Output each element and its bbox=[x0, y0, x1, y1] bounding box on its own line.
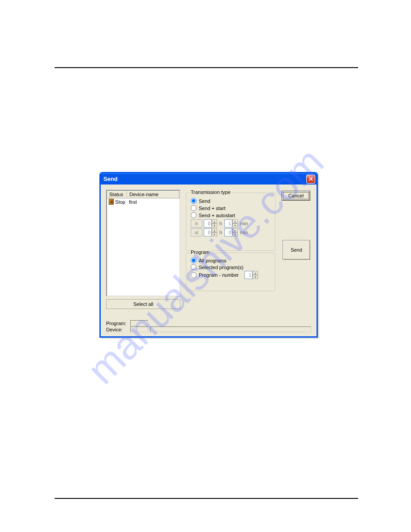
in-button[interactable]: in bbox=[191, 219, 202, 227]
at-min-input[interactable] bbox=[224, 228, 232, 236]
cell-device-name: first bbox=[127, 199, 180, 205]
at-min-spinner[interactable]: ▲▼ bbox=[224, 228, 238, 236]
select-all-label: Select all bbox=[133, 301, 154, 307]
page-rule-top bbox=[55, 67, 358, 68]
chevron-up-icon[interactable]: ▲ bbox=[212, 228, 217, 232]
send-button-label: Send bbox=[291, 247, 302, 253]
device-list-header: Status Device-name bbox=[107, 191, 180, 198]
radio-all-programs-input[interactable] bbox=[191, 257, 197, 263]
radio-send-start[interactable]: Send + start bbox=[191, 205, 272, 211]
col-header-device-name[interactable]: Device-name bbox=[127, 191, 180, 198]
chevron-down-icon[interactable]: ▼ bbox=[212, 232, 217, 236]
page-rule-bottom bbox=[55, 498, 358, 499]
radio-send-autostart-label: Send + autostart bbox=[199, 213, 235, 218]
dialog-title: Send bbox=[103, 176, 118, 182]
radio-send-label: Send bbox=[199, 198, 210, 204]
unit-h-2: h bbox=[219, 230, 222, 235]
status-program-field bbox=[130, 320, 148, 326]
unit-min: min bbox=[240, 221, 248, 226]
at-button[interactable]: at bbox=[191, 228, 202, 236]
close-icon: ✕ bbox=[308, 176, 313, 182]
device-list[interactable]: Status Device-name Stop first bbox=[106, 190, 180, 296]
status-program-label: Program: bbox=[106, 321, 128, 326]
program-number-spinner[interactable]: ▲▼ bbox=[244, 271, 258, 279]
send-button[interactable]: Send bbox=[283, 240, 310, 260]
cell-status-text: Stop bbox=[115, 199, 125, 205]
radio-send-autostart[interactable]: Send + autostart bbox=[191, 212, 272, 218]
chevron-down-icon[interactable]: ▼ bbox=[232, 232, 238, 236]
stop-icon bbox=[109, 199, 114, 205]
radio-all-programs-label: All programs bbox=[199, 258, 227, 263]
chevron-up-icon[interactable]: ▲ bbox=[212, 219, 217, 223]
program-group: Program All programs Selected program(s)… bbox=[186, 253, 275, 291]
status-device-field-long bbox=[150, 326, 311, 332]
titlebar[interactable]: Send ✕ bbox=[101, 173, 317, 184]
in-min-spinner[interactable]: ▲▼ bbox=[224, 219, 238, 227]
radio-program-number-input[interactable] bbox=[191, 272, 197, 278]
radio-program-number-label: Program - number bbox=[199, 272, 239, 278]
transmission-group-title: Transmission type bbox=[189, 189, 232, 195]
col-header-status[interactable]: Status bbox=[107, 191, 127, 198]
chevron-up-icon[interactable]: ▲ bbox=[253, 271, 258, 275]
in-min-input[interactable] bbox=[224, 219, 232, 227]
cell-status: Stop bbox=[107, 199, 127, 205]
chevron-down-icon[interactable]: ▼ bbox=[232, 223, 238, 227]
status-device-label: Device: bbox=[106, 327, 128, 332]
chevron-down-icon[interactable]: ▼ bbox=[253, 275, 258, 279]
program-group-title: Program bbox=[189, 249, 211, 255]
send-dialog: Send ✕ Status Device-name Stop first Sel… bbox=[99, 172, 318, 338]
status-device-row: Device: bbox=[106, 326, 311, 332]
unit-min-2: min bbox=[240, 230, 248, 235]
in-hour-input[interactable] bbox=[204, 219, 212, 227]
chevron-up-icon[interactable]: ▲ bbox=[232, 228, 238, 232]
at-button-label: at bbox=[195, 230, 198, 235]
status-program-row: Program: bbox=[106, 320, 311, 326]
status-area: Program: Device: bbox=[106, 320, 311, 333]
chevron-up-icon[interactable]: ▲ bbox=[232, 219, 238, 223]
chevron-down-icon[interactable]: ▼ bbox=[212, 223, 217, 227]
unit-h: h bbox=[219, 221, 222, 226]
cancel-button[interactable]: Cancel bbox=[282, 191, 310, 201]
radio-send-start-input[interactable] bbox=[191, 205, 197, 211]
select-all-button[interactable]: Select all bbox=[106, 299, 180, 309]
at-hour-spinner[interactable]: ▲▼ bbox=[204, 228, 217, 236]
time-row-at: at ▲▼ h ▲▼ min bbox=[191, 228, 272, 236]
radio-send-start-label: Send + start bbox=[199, 206, 226, 211]
close-button[interactable]: ✕ bbox=[306, 175, 315, 184]
radio-program-number[interactable]: Program - number ▲▼ bbox=[191, 271, 272, 279]
time-row-in: in ▲▼ h ▲▼ min bbox=[191, 219, 272, 227]
radio-all-programs[interactable]: All programs bbox=[191, 257, 272, 263]
in-hour-spinner[interactable]: ▲▼ bbox=[204, 219, 217, 227]
cancel-button-label: Cancel bbox=[288, 193, 304, 198]
in-button-label: in bbox=[195, 221, 198, 226]
radio-selected-programs[interactable]: Selected program(s) bbox=[191, 264, 272, 270]
radio-send-autostart-input[interactable] bbox=[191, 212, 197, 218]
radio-send[interactable]: Send bbox=[191, 198, 272, 204]
transmission-group: Transmission type Send Send + start Send… bbox=[186, 193, 275, 251]
radio-send-input[interactable] bbox=[191, 198, 197, 204]
at-hour-input[interactable] bbox=[204, 228, 212, 236]
radio-selected-programs-input[interactable] bbox=[191, 264, 197, 270]
list-item[interactable]: Stop first bbox=[107, 198, 180, 205]
dialog-client: Status Device-name Stop first Select all… bbox=[101, 184, 317, 336]
program-number-input[interactable] bbox=[244, 271, 253, 279]
status-device-field-short bbox=[130, 326, 148, 332]
radio-selected-programs-label: Selected program(s) bbox=[199, 265, 244, 270]
